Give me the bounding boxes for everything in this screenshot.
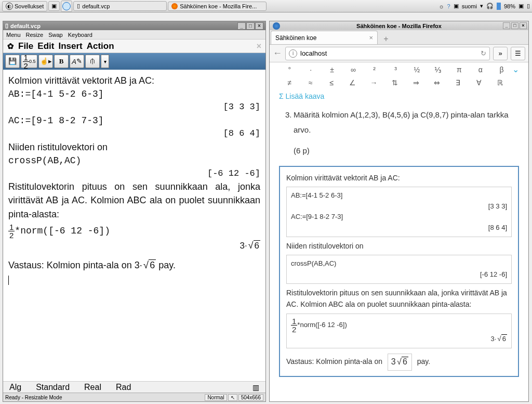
gear-icon[interactable]: ✿ (7, 42, 14, 51)
appmenu-action[interactable]: Action (87, 41, 114, 51)
question-points: (6 p) (294, 144, 512, 159)
sym-btn[interactable]: → (363, 79, 384, 87)
camera-icon[interactable]: ▣ (454, 3, 459, 9)
sym-btn[interactable]: ∞ (342, 66, 364, 74)
headphones-icon[interactable]: 🎧 (486, 3, 494, 9)
new-tab-button[interactable]: + (380, 34, 392, 44)
status-dimensions: 504x666 (238, 394, 263, 401)
result-line: 3·6 (8, 239, 260, 253)
close-button[interactable]: × (255, 22, 263, 30)
minimize-button[interactable]: _ (237, 22, 246, 30)
sym-btn[interactable]: ³ (385, 66, 406, 74)
graph-button[interactable]: ⫛ (85, 55, 100, 68)
task-vcp[interactable]: ▯ default.vcp (73, 1, 167, 11)
battery-icon: ▥ (252, 383, 259, 392)
cursor-icon: ↖ (228, 394, 237, 401)
help-icon[interactable]: ? (447, 3, 450, 9)
sym-btn[interactable]: ° (279, 66, 300, 74)
answer-box[interactable]: Kolmion virittävät vektorit AB ja AC: AB… (279, 166, 519, 377)
vcp-toolbar: 💾 120.5 ☝▸ B A✎ ⫛ ▾ (3, 53, 265, 70)
vcp-titlebar[interactable]: ▯ default.vcp _ □ × (3, 21, 265, 30)
fraction-button[interactable]: 120.5 (21, 55, 37, 68)
sym-btn[interactable]: ℝ (489, 79, 511, 87)
overflow-button[interactable]: » (493, 47, 508, 60)
applications-label: Sovellukset (15, 3, 44, 9)
tab-close-icon[interactable]: × (369, 34, 373, 42)
tray-icon-1[interactable]: ▣ (518, 3, 524, 9)
brightness-icon[interactable]: ☼ (438, 3, 444, 9)
sym-btn[interactable]: ⇒ (405, 79, 427, 87)
sym-btn[interactable]: ≠ (279, 79, 300, 87)
sym-btn[interactable]: ≈ (300, 79, 322, 87)
globe-icon (62, 2, 71, 10)
sym-btn[interactable]: · (300, 66, 322, 74)
appmenu-edit[interactable]: Edit (37, 41, 54, 51)
sym-btn[interactable]: ⇔ (427, 79, 448, 87)
chevron-down-icon[interactable]: ⌄ (512, 64, 519, 74)
toolbar-dropdown[interactable]: ▾ (101, 55, 109, 68)
doc-icon: ▯ (77, 3, 80, 9)
sym-btn[interactable]: ⅓ (428, 66, 449, 74)
applications-menu[interactable]: ◐ Sovellukset (2, 1, 47, 11)
vcp-bottom-menu: Alg Standard Real Rad ▥ (3, 381, 265, 393)
battery-bar-icon (497, 3, 501, 10)
vcp-editor[interactable]: Kolmion virittävät vektorit AB ja AC: AB… (3, 70, 265, 381)
reload-icon[interactable]: ↻ (481, 49, 486, 57)
info-icon[interactable]: i (289, 49, 297, 58)
close-panel-icon[interactable]: × (257, 42, 261, 51)
vcp-title-text: default.vcp (10, 23, 41, 29)
sym-btn[interactable]: ⇅ (384, 79, 406, 87)
menu-menu[interactable]: Menu (6, 32, 21, 38)
sym-btn[interactable]: ∀ (469, 79, 490, 87)
firefox-icon (273, 22, 280, 30)
maximize-button[interactable]: □ (246, 22, 255, 30)
back-button[interactable]: ← (273, 48, 282, 59)
sym-btn[interactable]: ½ (406, 66, 428, 74)
sym-btn[interactable]: ± (322, 66, 343, 74)
language-indicator[interactable]: suomi (462, 3, 477, 9)
minimize-button[interactable]: _ (503, 22, 510, 29)
sym-btn[interactable]: β (491, 66, 512, 74)
bold-button[interactable]: B (54, 55, 69, 68)
menu-swap[interactable]: Swap (48, 32, 63, 38)
browser-tab[interactable]: Sähköinen koe × (271, 31, 378, 44)
mode-rad[interactable]: Rad (116, 383, 131, 392)
sym-btn[interactable]: ≤ (321, 79, 342, 87)
doc-icon: ▯ (5, 22, 8, 29)
firefox-titlebar[interactable]: Sähköinen koe - Mozilla Firefox _ □ × (270, 21, 528, 30)
mode-alg[interactable]: Alg (9, 383, 21, 392)
mode-real[interactable]: Real (84, 383, 101, 392)
os-logo-icon: ◐ (6, 3, 13, 10)
appmenu-insert[interactable]: Insert (58, 41, 82, 51)
sym-btn[interactable]: π (449, 66, 470, 74)
menu-button[interactable]: ☰ (511, 47, 525, 60)
code-line: 12*norm([-6 12 -6]) (8, 223, 260, 239)
result-line: [-6 12 -6] (8, 167, 260, 180)
sym-btn[interactable]: ∠ (342, 79, 364, 87)
text-line: Vastaus: Kolmion pinta-ala on 3·6 pay. (8, 258, 260, 272)
page-content: ° · ± ∞ ² ³ ½ ⅓ π α β ⌄ ≠ ≈ ≤ ∠ → ⇅ ⇒ ⇔ … (270, 62, 528, 401)
pointer-button[interactable]: ☝▸ (38, 55, 53, 68)
answer-text: Niiden ristitulovektori on (286, 240, 512, 252)
close-button[interactable]: × (520, 22, 527, 29)
globe-button[interactable] (61, 1, 72, 12)
question-block: 3. Määritä kolmion A(1,2,3), B(4,5,6) ja… (270, 103, 528, 163)
sym-btn[interactable]: ² (364, 66, 385, 74)
mode-standard[interactable]: Standard (36, 383, 70, 392)
add-formula-link[interactable]: Σ Lisää kaava (270, 89, 528, 103)
menu-resize[interactable]: Resize (26, 32, 44, 38)
menu-keyboard[interactable]: Keyboard (68, 32, 92, 38)
sym-btn[interactable]: α (470, 66, 491, 74)
tray-icon-2[interactable]: ▯ (527, 3, 530, 9)
result-line: [3 3 3] (8, 101, 260, 114)
save-button[interactable]: 💾 (5, 55, 20, 68)
address-bar[interactable]: i localhost ↻ (285, 47, 490, 60)
vcp-app-menu: ✿ File Edit Insert Action × (3, 40, 265, 53)
sym-btn[interactable]: ∃ (447, 79, 469, 87)
style-button[interactable]: A✎ (70, 55, 84, 68)
task-firefox[interactable]: Sähköinen koe - Mozilla Fire... (168, 2, 267, 11)
code-box: 12*norm([-6 12 -6]) 3·6 (286, 314, 512, 348)
maximize-button[interactable]: □ (511, 22, 518, 29)
appmenu-file[interactable]: File (18, 41, 33, 51)
workspace-switcher[interactable]: ▣ (48, 1, 60, 11)
